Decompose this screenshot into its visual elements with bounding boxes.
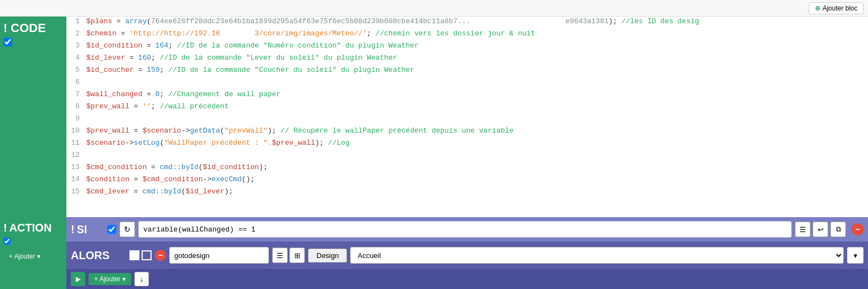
line-content: $plans = array(764ee626ff28ddc23e64b1ba1… bbox=[86, 17, 699, 25]
line-content: $chemin = 'http://http://192.16 3/core/i… bbox=[86, 29, 535, 38]
si-text: SI bbox=[77, 223, 87, 236]
line-content: $prev_wall = $scenario->getData("prevWal… bbox=[86, 127, 513, 135]
refresh-icon: ↻ bbox=[124, 225, 131, 234]
si-label: ! SI bbox=[71, 223, 104, 236]
list2-icon: ☰ bbox=[277, 251, 283, 260]
code-section-label: ! CODE bbox=[3, 21, 63, 35]
alors-list-button[interactable]: ☰ bbox=[272, 248, 288, 263]
code-section: ! CODE 1$plans = array(764ee626ff28ddc23… bbox=[0, 17, 868, 217]
line-content: $cmd_condition = cmd::byId($id_condition… bbox=[86, 163, 268, 171]
line-content: $scenario->setLog("WallPaper précédent :… bbox=[86, 139, 350, 147]
si-remove-button[interactable]: − bbox=[851, 223, 864, 235]
si-list-icon-button[interactable]: ☰ bbox=[795, 222, 810, 237]
code-line: 1$plans = array(764ee626ff28ddc23e64b1ba… bbox=[66, 17, 868, 29]
down-arrow-icon: ↓ bbox=[140, 275, 144, 283]
design-label: Design bbox=[316, 251, 339, 260]
line-number: 5 bbox=[66, 66, 86, 74]
alors-check2[interactable] bbox=[142, 250, 152, 260]
code-line: 6 bbox=[66, 77, 868, 90]
code-line: 12 bbox=[66, 150, 868, 162]
code-sidebar: ! CODE bbox=[0, 17, 66, 217]
line-number: 14 bbox=[66, 175, 86, 183]
line-content: $id_lever = 160; //ID de la commande "Le… bbox=[86, 54, 397, 62]
line-content: $id_coucher = 159; //ID de la commande "… bbox=[86, 66, 414, 74]
list-icon: ☰ bbox=[799, 225, 806, 234]
si-exclamation: ! bbox=[71, 223, 75, 236]
alors-minus-icon: − bbox=[158, 251, 163, 260]
alors-label: ALORS bbox=[71, 249, 126, 262]
action-label: ACTION bbox=[9, 222, 52, 234]
line-number: 10 bbox=[66, 127, 86, 135]
code-editor[interactable]: 1$plans = array(764ee626ff28ddc23e64b1ba… bbox=[66, 17, 868, 217]
line-number: 7 bbox=[66, 90, 86, 98]
line-number: 6 bbox=[66, 78, 86, 86]
grid-icon: ⊞ bbox=[294, 251, 300, 260]
subrow-play-button[interactable]: ▶ bbox=[71, 272, 85, 286]
alors-design-select[interactable]: Accueil bbox=[350, 247, 844, 264]
line-number: 8 bbox=[66, 102, 86, 111]
line-number: 1 bbox=[66, 17, 86, 25]
code-line: 2$chemin = 'http://http://192.16 3/core/… bbox=[66, 29, 868, 41]
alors-checkboxes bbox=[129, 250, 152, 260]
si-condition-input[interactable] bbox=[138, 221, 792, 238]
action-checkbox[interactable] bbox=[3, 238, 11, 245]
code-line: 4$id_lever = 160; //ID de la commande "L… bbox=[66, 53, 868, 65]
line-content: $wall_changed = 0; //Changement de wall … bbox=[86, 90, 280, 98]
undo-icon: ↩ bbox=[818, 225, 824, 234]
code-line: 14$condition = $cmd_condition->execCmd()… bbox=[66, 175, 868, 187]
si-checkbox[interactable] bbox=[107, 225, 116, 234]
alors-row: ALORS − ☰ ⊞ Design bbox=[66, 241, 868, 269]
line-number: 4 bbox=[66, 54, 86, 62]
alors-check1[interactable] bbox=[129, 250, 139, 260]
alors-action-name-input[interactable] bbox=[169, 247, 269, 264]
add-bloc-label: Ajouter bloc bbox=[823, 4, 857, 12]
code-label: CODE bbox=[11, 21, 46, 35]
si-action-buttons: ☰ ↩ ⧉ bbox=[795, 222, 846, 237]
code-checkbox-row bbox=[3, 38, 63, 49]
action-ajouter-button[interactable]: + Ajouter ▾ bbox=[3, 250, 63, 262]
code-line: 9 bbox=[66, 114, 868, 126]
action-section: ! ACTION + Ajouter ▾ ! SI ↻ bbox=[0, 217, 868, 289]
code-line: 11$scenario->setLog("WallPaper précédent… bbox=[66, 138, 868, 150]
alors-design-button[interactable]: Design bbox=[308, 249, 347, 262]
alors-remove-button[interactable]: − bbox=[155, 250, 166, 261]
code-line: 15$cmd_lever = cmd::byId($id_lever); bbox=[66, 187, 868, 199]
chevron-down-icon: ▾ bbox=[854, 251, 857, 260]
line-number: 11 bbox=[66, 139, 86, 147]
line-number: 13 bbox=[66, 163, 86, 171]
action-exclamation: ! bbox=[3, 222, 7, 234]
copy-icon: ⧉ bbox=[836, 225, 841, 234]
si-row: ! SI ↻ ☰ ↩ ⧉ bbox=[66, 217, 868, 241]
alors-grid-button[interactable]: ⊞ bbox=[289, 248, 305, 263]
si-undo-button[interactable]: ↩ bbox=[813, 222, 828, 237]
line-number: 9 bbox=[66, 114, 86, 123]
code-line: 3$id_condition = 164; //ID de la command… bbox=[66, 41, 868, 53]
alors-chevron-button[interactable]: ▾ bbox=[847, 247, 864, 264]
alors-icon-buttons: ☰ ⊞ bbox=[272, 248, 305, 263]
code-line: 8$prev_wall = ''; //wall précédent bbox=[66, 102, 868, 114]
minus-icon: − bbox=[855, 225, 860, 234]
line-content: $id_condition = 164; //ID de la commande… bbox=[86, 41, 419, 50]
action-ajouter-label: + Ajouter ▾ bbox=[9, 253, 40, 260]
alors-subrow: ▶ + Ajouter ▾ ↓ bbox=[66, 269, 868, 289]
action-content: ! SI ↻ ☰ ↩ ⧉ bbox=[66, 217, 868, 289]
add-bloc-button[interactable]: ⊕ Ajouter bloc bbox=[809, 2, 864, 14]
action-sidebar: ! ACTION + Ajouter ▾ bbox=[0, 217, 66, 289]
si-refresh-button[interactable]: ↻ bbox=[119, 222, 135, 237]
line-number: 3 bbox=[66, 41, 86, 50]
line-content: $cmd_lever = cmd::byId($id_lever); bbox=[86, 187, 233, 196]
code-checkbox[interactable] bbox=[3, 38, 12, 46]
code-lines: 1$plans = array(764ee626ff28ddc23e64b1ba… bbox=[66, 17, 868, 199]
line-number: 15 bbox=[66, 187, 86, 196]
subrow-down-button[interactable]: ↓ bbox=[134, 272, 149, 286]
subrow-ajouter-label: + Ajouter ▾ bbox=[94, 275, 126, 283]
plus-icon: ⊕ bbox=[815, 4, 820, 12]
subrow-ajouter-button[interactable]: + Ajouter ▾ bbox=[89, 273, 131, 285]
code-exclamation: ! bbox=[3, 21, 7, 35]
code-line: 13$cmd_condition = cmd::byId($id_conditi… bbox=[66, 162, 868, 175]
line-number: 2 bbox=[66, 29, 86, 38]
action-label-row: ! ACTION bbox=[3, 222, 63, 234]
line-content: $prev_wall = ''; //wall précédent bbox=[86, 102, 228, 111]
si-copy-button[interactable]: ⧉ bbox=[830, 222, 846, 237]
code-line: 7$wall_changed = 0; //Changement de wall… bbox=[66, 90, 868, 102]
